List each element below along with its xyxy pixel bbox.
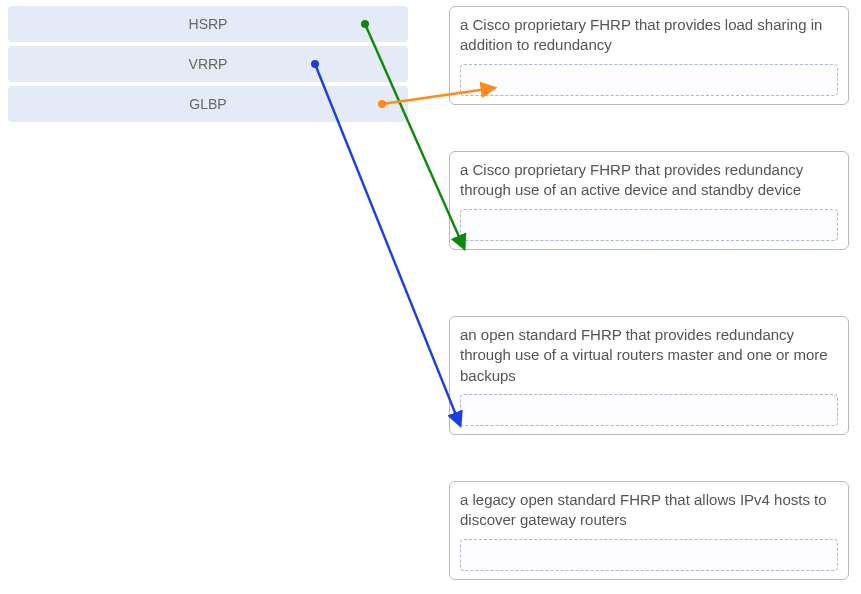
right-box-2: an open standard FHRP that provides redu… — [449, 316, 849, 435]
right-box-1: a Cisco proprietary FHRP that provides r… — [449, 151, 849, 250]
right-box-0: a Cisco proprietary FHRP that provides l… — [449, 6, 849, 105]
left-item-label: GLBP — [189, 96, 226, 112]
right-desc: a Cisco proprietary FHRP that provides l… — [460, 15, 838, 56]
right-desc: a Cisco proprietary FHRP that provides r… — [460, 160, 838, 201]
matching-diagram: { "left_items": [ { "label": "HSRP" }, {… — [0, 0, 861, 594]
right-box-3: a legacy open standard FHRP that allows … — [449, 481, 849, 580]
left-item-vrrp[interactable]: VRRP — [8, 46, 408, 82]
drop-slot[interactable] — [460, 394, 838, 426]
left-item-glbp[interactable]: GLBP — [8, 86, 408, 122]
left-item-label: HSRP — [189, 16, 228, 32]
drop-slot[interactable] — [460, 64, 838, 96]
drop-slot[interactable] — [460, 209, 838, 241]
drop-slot[interactable] — [460, 539, 838, 571]
right-desc: an open standard FHRP that provides redu… — [460, 325, 838, 386]
left-item-label: VRRP — [189, 56, 228, 72]
right-desc: a legacy open standard FHRP that allows … — [460, 490, 838, 531]
left-item-hsrp[interactable]: HSRP — [8, 6, 408, 42]
